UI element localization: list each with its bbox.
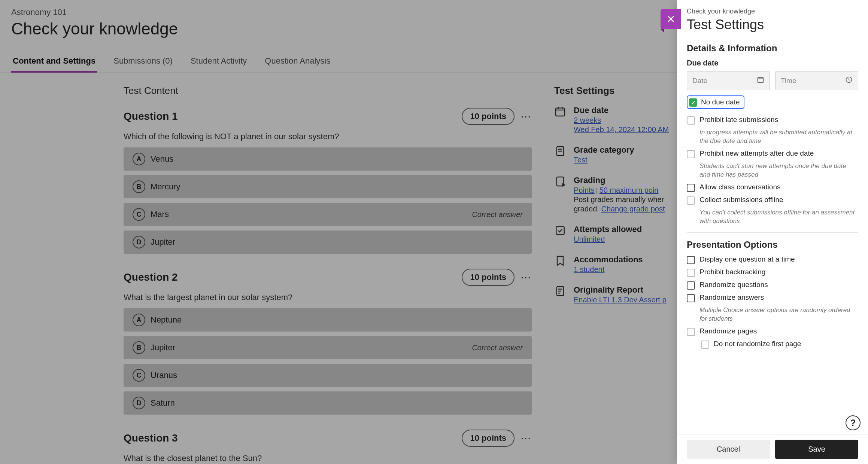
no-due-date-row[interactable]: No due date (687, 95, 744, 109)
allow-conversations-checkbox[interactable] (687, 184, 695, 192)
svg-rect-14 (758, 77, 764, 82)
no-due-date-label: No due date (701, 98, 740, 106)
panel-title: Test Settings (687, 17, 858, 33)
help-icon[interactable]: ? (846, 415, 861, 430)
prohibit-new-label: Prohibit new attempts after due date (699, 149, 814, 158)
randomize-answers-checkbox[interactable] (687, 294, 695, 302)
no-due-date-checkbox[interactable] (689, 98, 697, 107)
randomize-answers-help: Multiple Choice answer options are rando… (699, 306, 858, 323)
clock-icon (845, 76, 853, 85)
randomize-questions-checkbox[interactable] (687, 281, 695, 290)
panel-breadcrumb: Check your knowledge (687, 7, 858, 15)
due-date-field-label: Due date (687, 59, 858, 67)
prohibit-late-label: Prohibit late submissions (699, 116, 778, 124)
randomize-questions-label: Randomize questions (699, 281, 768, 289)
calendar-icon (757, 76, 764, 85)
prohibit-backtracking-checkbox[interactable] (687, 269, 695, 277)
due-time-placeholder: Time (781, 77, 796, 85)
save-button[interactable]: Save (775, 440, 858, 459)
do-not-randomize-first-label: Do not randomize first page (714, 340, 801, 348)
one-question-label: Display one question at a time (699, 255, 795, 263)
close-panel-button[interactable]: ✕ (661, 9, 681, 29)
test-settings-panel: ✕ Check your knowledge Test Settings Det… (677, 0, 868, 464)
cancel-button[interactable]: Cancel (687, 440, 770, 459)
due-date-input[interactable]: Date (687, 71, 770, 90)
randomize-pages-label: Randomize pages (699, 327, 757, 335)
presentation-section-heading: Presentation Options (687, 239, 858, 250)
due-date-placeholder: Date (692, 77, 707, 85)
one-question-checkbox[interactable] (687, 256, 695, 264)
collect-offline-label: Collect submissions offline (699, 196, 783, 204)
collect-offline-help: You can't collect submissions offline fo… (699, 208, 858, 226)
allow-conversations-label: Allow class conversations (699, 183, 780, 191)
randomize-answers-label: Randomize answers (699, 293, 764, 302)
details-section-heading: Details & Information (687, 43, 858, 54)
prohibit-late-checkbox[interactable] (687, 116, 695, 125)
prohibit-new-help: Students can't start new attempts once t… (699, 162, 858, 179)
randomize-pages-checkbox[interactable] (687, 328, 695, 336)
prohibit-late-help: In progress attempts will be submitted a… (699, 128, 858, 146)
due-time-input[interactable]: Time (775, 71, 858, 90)
prohibit-new-checkbox[interactable] (687, 150, 695, 158)
prohibit-backtracking-label: Prohibit backtracking (699, 268, 765, 276)
do-not-randomize-first-checkbox[interactable] (701, 341, 709, 349)
collect-offline-checkbox[interactable] (687, 196, 695, 205)
